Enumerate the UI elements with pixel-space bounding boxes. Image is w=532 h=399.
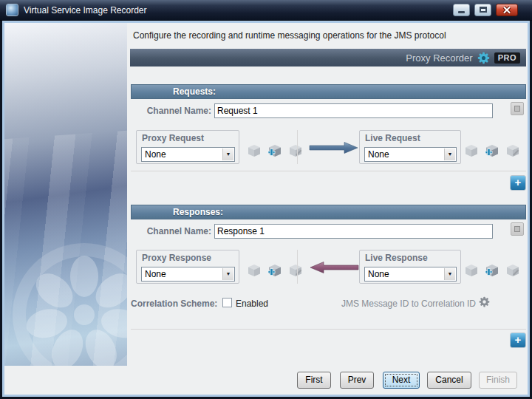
edit-asset-button[interactable] [505, 144, 522, 159]
selected-value: None [145, 149, 166, 160]
asset-icon [247, 264, 262, 277]
asset-icon [464, 264, 479, 277]
divider [131, 329, 526, 330]
edit-asset-icon [288, 264, 303, 277]
live-response-select[interactable]: None ▼ [364, 267, 457, 282]
proxy-recorder-banner: Proxy Recorder PRO [130, 49, 526, 66]
plus-icon: + [515, 176, 522, 188]
response-flow-arrow-left-icon [309, 261, 359, 274]
instruction-text: Configure the recording and runtime mess… [133, 30, 525, 41]
proxy-recorder-label: Proxy Recorder [406, 52, 472, 64]
divider [297, 130, 298, 164]
live-response-group: Live Response None ▼ [359, 250, 461, 284]
request-channel-input[interactable] [214, 103, 493, 118]
add-asset-icon [267, 144, 282, 157]
prev-button[interactable]: Prev [340, 372, 374, 389]
edit-asset-button[interactable] [288, 144, 304, 159]
edit-asset-icon [505, 264, 520, 277]
correlation-scheme-label: Correlation Scheme: [131, 299, 217, 309]
add-asset-icon [485, 144, 499, 157]
edit-asset-icon [288, 144, 303, 157]
edit-asset-button[interactable] [288, 264, 304, 279]
reel-watermark-icon [10, 237, 127, 366]
add-request-channel-button[interactable]: + [510, 175, 526, 191]
dropdown-arrow-icon[interactable]: ▼ [444, 149, 455, 160]
virtual-service-image-recorder-window: Virtual Service Image Recorder [0, 0, 532, 399]
proxy-request-select[interactable]: None ▼ [141, 147, 235, 162]
correlation-settings-gear-icon[interactable] [479, 296, 490, 307]
proxy-request-title: Proxy Request [142, 133, 204, 143]
selected-value: None [368, 149, 389, 160]
channel-name-label: Channel Name: [130, 106, 211, 116]
add-asset-button[interactable] [267, 144, 284, 159]
request-flow-arrow-right-icon [309, 141, 359, 154]
pro-badge: PRO [494, 52, 520, 64]
response-channel-input[interactable] [214, 224, 493, 239]
selected-value: None [145, 269, 166, 279]
correlation-enabled-label: Enabled [236, 299, 268, 309]
dropdown-arrow-icon[interactable]: ▼ [444, 268, 455, 280]
title-bar: Virtual Service Image Recorder [0, 0, 532, 21]
add-asset-icon [267, 264, 282, 277]
first-button[interactable]: First [297, 372, 331, 389]
dialog-content: Configure the recording and runtime mess… [2, 21, 530, 397]
responses-section-header: Responses: [131, 205, 526, 219]
live-request-group: Live Request None ▼ [359, 130, 461, 164]
minimize-button[interactable] [453, 4, 470, 16]
finish-button[interactable]: Finish [479, 372, 517, 389]
plus-icon: + [515, 333, 522, 346]
close-button[interactable] [496, 4, 518, 16]
add-asset-button[interactable] [485, 144, 501, 159]
maximize-icon [480, 7, 487, 13]
maximize-button[interactable] [474, 4, 491, 16]
remove-request-channel-button[interactable] [511, 102, 524, 115]
live-request-title: Live Request [365, 133, 420, 143]
next-button[interactable]: Next [383, 372, 420, 389]
proxy-response-title: Proxy Response [142, 253, 211, 263]
open-asset-button[interactable] [247, 264, 263, 279]
add-asset-icon [485, 264, 499, 277]
add-asset-button[interactable] [485, 264, 501, 279]
proxy-response-group: Proxy Response None ▼ [136, 250, 239, 284]
add-asset-button[interactable] [267, 264, 284, 279]
app-icon [6, 4, 18, 16]
sidebar [4, 23, 127, 366]
dropdown-arrow-icon[interactable]: ▼ [222, 149, 233, 160]
cancel-button[interactable]: Cancel [427, 372, 471, 389]
selected-value: None [368, 269, 389, 279]
requests-section-header: Requests: [131, 84, 526, 99]
correlation-scheme-value: JMS Message ID to Correlation ID [300, 299, 476, 309]
dropdown-arrow-icon[interactable]: ▼ [222, 268, 233, 280]
remove-response-channel-button[interactable] [511, 222, 524, 236]
edit-asset-icon [505, 144, 520, 157]
remove-channel-icon [514, 226, 520, 232]
edit-asset-button[interactable] [505, 264, 522, 279]
proxy-response-select[interactable]: None ▼ [141, 267, 235, 282]
correlation-enabled-checkbox[interactable] [222, 298, 232, 307]
asset-icon [464, 144, 479, 157]
window-title: Virtual Service Image Recorder [24, 5, 147, 16]
add-response-channel-button[interactable]: + [510, 332, 526, 348]
divider [131, 171, 526, 171]
close-icon [497, 4, 517, 16]
channel-name-label: Channel Name: [130, 226, 211, 236]
recorder-gear-icon [477, 52, 490, 64]
minimize-icon [458, 11, 465, 13]
remove-channel-icon [514, 106, 520, 112]
live-request-select[interactable]: None ▼ [364, 147, 457, 162]
asset-icon [247, 144, 262, 157]
divider [297, 250, 298, 284]
live-response-title: Live Response [365, 253, 428, 263]
open-asset-button[interactable] [247, 144, 263, 159]
open-asset-button[interactable] [464, 264, 480, 279]
proxy-request-group: Proxy Request None ▼ [136, 130, 239, 164]
open-asset-button[interactable] [464, 144, 480, 159]
